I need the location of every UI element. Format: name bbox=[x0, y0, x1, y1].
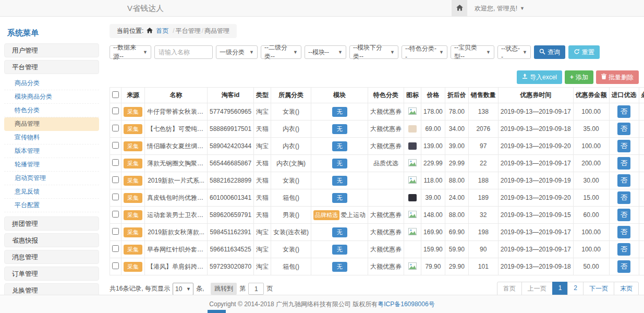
batch-delete-button[interactable]: 批量删除 bbox=[596, 70, 639, 84]
data-source-select[interactable]: --数据来源--▼ bbox=[110, 45, 151, 59]
row-checkbox[interactable] bbox=[112, 125, 119, 131]
sidebar-item-1[interactable]: 模块商品分类 bbox=[4, 90, 99, 104]
product-name: 运动套装男士卫衣初秋... bbox=[145, 207, 208, 224]
sidebar-item-0[interactable]: 商品分类 bbox=[4, 77, 99, 90]
sidebar-group-6[interactable]: 兑换管理 bbox=[4, 283, 99, 295]
product-type: 天猫 bbox=[254, 172, 271, 189]
sidebar-group-1[interactable]: 平台管理 bbox=[4, 60, 99, 74]
name-input[interactable] bbox=[154, 45, 213, 59]
import-select-toggle[interactable]: 否 bbox=[617, 226, 630, 238]
module-none-badge: 无 bbox=[332, 193, 347, 203]
pager-button-1[interactable]: 上一页 bbox=[521, 282, 553, 296]
product-category: 内衣() bbox=[271, 138, 311, 155]
user-menu[interactable]: 欢迎您, 管理员! ▼ bbox=[467, 0, 532, 17]
per-page-select[interactable]: 10 ▼ bbox=[173, 283, 193, 295]
sidebar-item-7[interactable]: 启动页管理 bbox=[4, 172, 99, 185]
module-select[interactable]: --模块--▼ bbox=[305, 45, 346, 59]
sidebar-title: 系统菜单 bbox=[4, 24, 99, 43]
column-header: 进口优选 bbox=[609, 88, 639, 103]
product-image-icon bbox=[408, 212, 417, 220]
footer: Copyright © 2014-2018 广州九驰网络科技有限公司 版权所有 … bbox=[0, 295, 644, 313]
import-select-toggle[interactable]: 否 bbox=[617, 191, 630, 204]
module-cell: 无 bbox=[311, 189, 368, 207]
product-name: 2019新款女秋薄款... bbox=[145, 224, 208, 241]
icon-cell bbox=[404, 172, 421, 189]
import-select-toggle[interactable]: 否 bbox=[617, 174, 630, 187]
pager-button-4[interactable]: 下一页 bbox=[583, 282, 614, 296]
icp-link[interactable]: 粤ICP备16098006号 bbox=[378, 300, 434, 309]
reset-button[interactable]: 重置 bbox=[568, 45, 600, 59]
product-type: 淘宝 bbox=[254, 138, 271, 155]
sidebar-item-9[interactable]: 平台配置 bbox=[4, 199, 99, 212]
feature-select[interactable]: --特色分类--▼ bbox=[402, 45, 447, 59]
discount-price: 88.00 bbox=[445, 207, 468, 224]
row-checkbox[interactable] bbox=[112, 176, 119, 183]
product-name: 情侣睡衣女夏丝绸男士... bbox=[145, 138, 208, 155]
pager-button-0[interactable]: 首页 bbox=[497, 282, 522, 296]
select-all-checkbox[interactable] bbox=[112, 91, 119, 98]
import-select-toggle[interactable]: 否 bbox=[617, 157, 630, 170]
pager-button-5[interactable]: 末页 bbox=[614, 282, 639, 296]
sidebar-item-6[interactable]: 轮播管理 bbox=[4, 158, 99, 172]
column-header: 优惠券时间 bbox=[498, 88, 573, 103]
pagination-summary: 共16条记录, 每页显示 10 ▼ 条, 跳转到 第 页 bbox=[110, 283, 273, 295]
row-checkbox[interactable] bbox=[112, 142, 119, 149]
item-type-select[interactable]: --宝贝类型--▼ bbox=[451, 45, 494, 59]
row-checkbox[interactable] bbox=[112, 245, 119, 252]
home-nav-button[interactable] bbox=[452, 0, 467, 17]
import-select-toggle[interactable]: 否 bbox=[617, 105, 630, 118]
table-row: 采集薄款无钢圈文胸聚拢性...565446685867天猫内衣(文胸)无品质优选… bbox=[110, 155, 644, 172]
coupon-amount: 60.00 bbox=[573, 207, 609, 224]
price: 159.90 bbox=[421, 241, 445, 258]
search-button[interactable]: 查询 bbox=[534, 45, 565, 59]
jump-button[interactable]: 跳转到 bbox=[211, 283, 237, 295]
product-category: 女装() bbox=[271, 103, 311, 121]
product-type: 淘宝 bbox=[254, 258, 271, 275]
row-checkbox[interactable] bbox=[112, 194, 119, 200]
status-select[interactable]: --状态--▼ bbox=[497, 45, 531, 59]
category2-select[interactable]: --二级分类--▼ bbox=[261, 45, 301, 59]
icon-cell bbox=[404, 103, 421, 121]
row-checkbox[interactable] bbox=[112, 159, 119, 166]
row-checkbox[interactable] bbox=[112, 211, 119, 218]
sidebar-group-2[interactable]: 拼团管理 bbox=[4, 216, 99, 231]
sidebar-group-3[interactable]: 省惠快报 bbox=[4, 233, 99, 247]
home-icon bbox=[147, 28, 153, 35]
sidebar-group-4[interactable]: 消息管理 bbox=[4, 250, 99, 264]
row-checkbox[interactable] bbox=[112, 262, 119, 269]
import-select-toggle[interactable]: 否 bbox=[617, 260, 630, 273]
product-thumbnail bbox=[408, 125, 417, 133]
sidebar-item-5[interactable]: 版本管理 bbox=[4, 145, 99, 158]
sidebar-item-2[interactable]: 特色分类 bbox=[4, 104, 99, 117]
import-select-toggle[interactable]: 否 bbox=[617, 209, 630, 221]
add-button[interactable]: + 添加 bbox=[565, 70, 593, 84]
breadcrumb-separator: / bbox=[201, 27, 204, 34]
import-select-toggle[interactable]: 否 bbox=[617, 243, 630, 256]
import-select-toggle[interactable]: 否 bbox=[617, 140, 630, 152]
column-header: 特色分类 bbox=[368, 88, 404, 103]
icon-cell bbox=[404, 138, 421, 155]
product-name: 薄款无钢圈文胸聚拢性... bbox=[145, 155, 208, 172]
sidebar-item-3[interactable]: 商品管理 bbox=[4, 117, 99, 131]
sidebar-item-4[interactable]: 宣传物料 bbox=[4, 131, 99, 145]
filter-bar: --数据来源--▼一级分类▼--二级分类--▼--模块--▼--模块下分类--▼… bbox=[110, 45, 639, 59]
sidebar-group-0[interactable]: 用户管理 bbox=[4, 43, 99, 57]
module-sub-select[interactable]: --模块下分类--▼ bbox=[349, 45, 398, 59]
feature-category: 大额优惠券 bbox=[368, 207, 404, 224]
import-excel-button[interactable]: 导入excel bbox=[517, 70, 562, 84]
pager-button-2[interactable]: 1 bbox=[552, 282, 568, 296]
sidebar-item-8[interactable]: 意见反馈 bbox=[4, 185, 99, 199]
pager-button-3[interactable]: 2 bbox=[567, 282, 584, 296]
table-row: 采集牛仔背带裤女秋装减龄...577479560965淘宝女装()无大额优惠券1… bbox=[110, 103, 644, 121]
import-select-toggle[interactable]: 否 bbox=[617, 123, 630, 135]
product-image-icon bbox=[408, 178, 417, 185]
breadcrumb-home-link[interactable]: 首页 bbox=[156, 27, 168, 35]
sales-count: 90 bbox=[468, 241, 498, 258]
product-image-icon bbox=[408, 230, 417, 237]
page-number-input[interactable] bbox=[248, 283, 264, 295]
sales-count: 101 bbox=[468, 258, 498, 275]
category1-select[interactable]: 一级分类▼ bbox=[216, 45, 258, 59]
sidebar-group-5[interactable]: 订单管理 bbox=[4, 267, 99, 281]
row-checkbox[interactable] bbox=[112, 228, 119, 235]
row-checkbox[interactable] bbox=[112, 107, 119, 114]
